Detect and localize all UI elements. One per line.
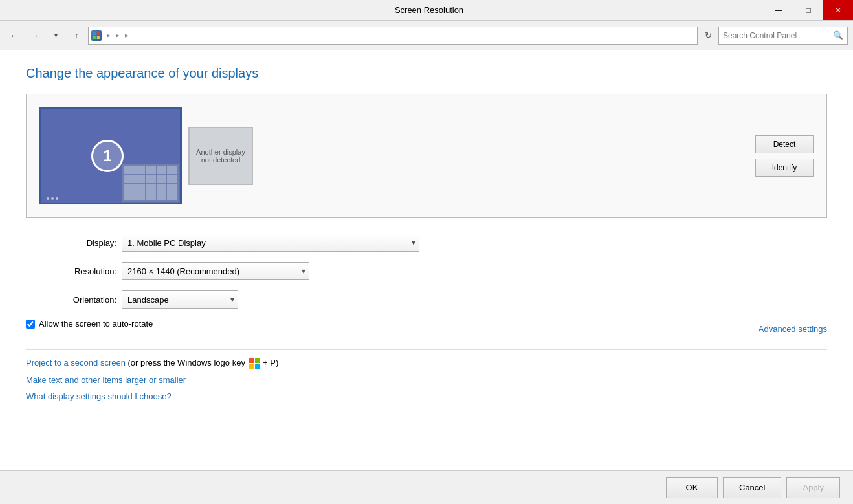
display-label: Display:: [26, 238, 116, 248]
back-button[interactable]: ←: [5, 27, 23, 45]
window-title: Screen Resolution: [94, 5, 764, 15]
orientation-select-wrapper: Landscape Portrait Landscape (flipped) P…: [122, 290, 238, 309]
svg-rect-3: [97, 36, 100, 39]
auto-rotate-checkbox[interactable]: [26, 320, 35, 329]
identify-button[interactable]: Identify: [755, 159, 814, 177]
detect-button[interactable]: Detect: [755, 135, 814, 153]
search-input[interactable]: [723, 31, 830, 40]
project-text: (or press the Windows logo key: [126, 358, 248, 367]
display-select-wrapper: 1. Mobile PC Display: [122, 234, 419, 252]
auto-rotate-label: Allow the screen to auto-rotate: [39, 319, 153, 329]
monitor-2-label: Another display not detected: [195, 148, 247, 164]
resolution-select-wrapper: 2160 × 1440 (Recommended) 1920 × 1080 12…: [122, 262, 309, 280]
project-link[interactable]: Project to a second screen: [26, 358, 126, 367]
auto-rotate-row: Allow the screen to auto-rotate Advanced…: [26, 319, 827, 339]
monitor-dots: [47, 197, 58, 200]
navigation-bar: ← → ▾ ↑ ▸ ▸ ▸ ↻ 🔍: [0, 21, 853, 50]
content-area: Change the appearance of your displays 1: [0, 50, 853, 470]
monitor-1-number: 1: [91, 140, 124, 172]
minimize-button[interactable]: —: [764, 0, 793, 20]
display-settings-link-row: What display settings should I choose?: [26, 391, 827, 401]
orientation-setting-row: Orientation: Landscape Portrait Landscap…: [26, 290, 827, 309]
apply-button[interactable]: Apply: [786, 477, 840, 498]
resolution-label: Resolution:: [26, 267, 116, 276]
bottom-bar: OK Cancel Apply: [0, 470, 853, 504]
svg-rect-2: [93, 36, 96, 39]
display-setting-row: Display: 1. Mobile PC Display: [26, 234, 827, 252]
forward-button[interactable]: →: [26, 27, 44, 45]
resolution-select[interactable]: 2160 × 1440 (Recommended) 1920 × 1080 12…: [122, 262, 309, 280]
project-keys: + P): [261, 358, 279, 367]
maximize-button[interactable]: □: [793, 0, 823, 20]
monitors-container: 1: [39, 107, 742, 204]
search-icon: 🔍: [833, 30, 843, 40]
cancel-button[interactable]: Cancel: [723, 477, 781, 498]
display-settings-link[interactable]: What display settings should I choose?: [26, 391, 172, 401]
svg-rect-0: [93, 32, 96, 35]
checkbox-area: Allow the screen to auto-rotate: [26, 319, 153, 329]
divider-1: [26, 349, 827, 350]
monitor-1[interactable]: 1: [39, 107, 182, 204]
make-text-link[interactable]: Make text and other items larger or smal…: [26, 375, 186, 385]
window-controls: — □ ✕: [764, 0, 853, 20]
windows-logo-icon: [249, 358, 260, 369]
orientation-label: Orientation:: [26, 295, 116, 305]
search-box: 🔍: [718, 27, 848, 45]
monitor-2: Another display not detected: [188, 127, 253, 185]
address-icon: [91, 30, 102, 41]
display-select[interactable]: 1. Mobile PC Display: [122, 234, 419, 252]
monitor-taskbar-preview: [122, 164, 180, 203]
project-link-row: Project to a second screen (or press the…: [26, 358, 827, 369]
close-button[interactable]: ✕: [823, 0, 853, 20]
title-bar: Screen Resolution — □ ✕: [0, 0, 853, 21]
monitor-1-inner: 1: [41, 109, 180, 203]
display-preview-area: 1: [26, 94, 827, 218]
refresh-button[interactable]: ↻: [700, 28, 716, 43]
make-text-link-row: Make text and other items larger or smal…: [26, 375, 827, 385]
svg-rect-1: [97, 32, 100, 35]
resolution-setting-row: Resolution: 2160 × 1440 (Recommended) 19…: [26, 262, 827, 280]
address-bar: ▸ ▸ ▸: [88, 27, 698, 45]
page-title: Change the appearance of your displays: [26, 66, 827, 81]
detect-identify-buttons: Detect Identify: [755, 135, 814, 177]
dropdown-button[interactable]: ▾: [47, 27, 65, 45]
ok-button[interactable]: OK: [666, 477, 718, 498]
up-button[interactable]: ↑: [67, 27, 85, 45]
advanced-settings-link[interactable]: Advanced settings: [759, 324, 827, 334]
orientation-select[interactable]: Landscape Portrait Landscape (flipped) P…: [122, 290, 238, 309]
